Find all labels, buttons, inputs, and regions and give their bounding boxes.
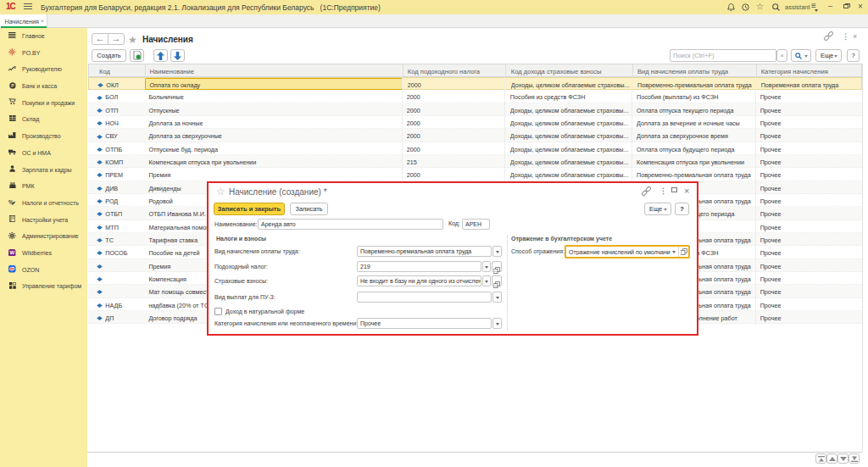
svg-text:W: W (10, 250, 15, 255)
svg-text:P: P (11, 82, 14, 87)
